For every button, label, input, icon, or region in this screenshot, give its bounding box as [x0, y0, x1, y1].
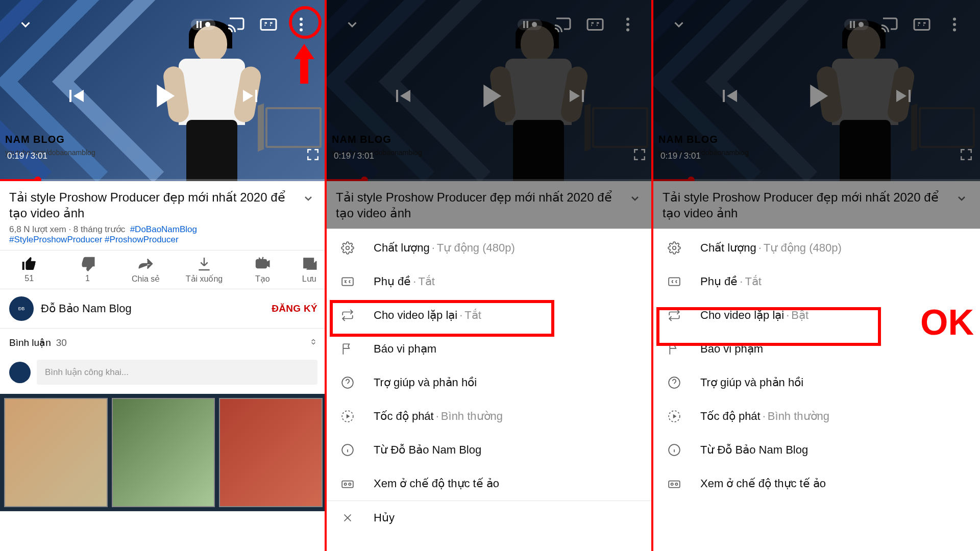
next-icon[interactable]	[239, 84, 263, 110]
subscribe-button[interactable]: ĐĂNG KÝ	[272, 303, 317, 314]
expand-description-icon[interactable]	[299, 189, 317, 210]
svg-point-20	[345, 483, 347, 485]
collapse-player-icon[interactable]	[343, 15, 361, 34]
collapse-player-icon[interactable]	[16, 15, 35, 34]
svg-rect-22	[850, 21, 852, 28]
hashtag[interactable]: #ProshowProducer	[105, 235, 179, 244]
menu-from-channel[interactable]: Từ Đỗ Bảo Nam Blog	[327, 433, 653, 467]
speed-icon	[666, 410, 683, 423]
dislike-button[interactable]: 1	[58, 256, 116, 284]
video-meta: 6,8 N lượt xem · 8 tháng trước #DoBaoNam…	[0, 224, 327, 250]
save-button[interactable]: Lưu	[291, 256, 327, 284]
menu-quality[interactable]: Chất lượng·Tự động (480p)	[327, 231, 653, 265]
hashtag[interactable]: #StyleProshowProducer	[9, 235, 102, 244]
svg-rect-0	[197, 21, 199, 28]
menu-vr[interactable]: Xem ở chế độ thực tế ảo	[653, 467, 980, 500]
video-player[interactable]: NAM BLOG youtube.com/dobaonamblog 0:19 /…	[0, 0, 327, 181]
play-icon[interactable]	[471, 77, 509, 117]
options-sheet: Chất lượng·Tự động (480p) Phụ đề·Tắt Cho…	[653, 229, 980, 551]
comments-count: 30	[56, 337, 67, 348]
play-icon[interactable]	[797, 77, 836, 117]
menu-from-channel[interactable]: Từ Đỗ Bảo Nam Blog	[653, 433, 980, 467]
comments-label[interactable]: Bình luận	[9, 337, 51, 348]
channel-avatar[interactable]: ĐB	[9, 296, 34, 321]
captions-icon[interactable]	[259, 15, 278, 34]
svg-rect-24	[914, 19, 929, 30]
play-icon[interactable]	[144, 77, 183, 117]
sort-comments-icon[interactable]	[309, 337, 317, 348]
captions-icon[interactable]	[913, 15, 931, 34]
svg-rect-23	[853, 21, 855, 28]
create-button[interactable]: Tạo	[233, 256, 291, 284]
svg-point-14	[346, 246, 350, 250]
svg-rect-8	[523, 21, 525, 28]
svg-point-21	[349, 483, 351, 485]
options-sheet: Chất lượng·Tự động (480p) Phụ đề·Tắt Cho…	[327, 229, 653, 551]
speed-icon	[339, 410, 356, 423]
menu-help[interactable]: Trợ giúp và phản hồi	[653, 366, 980, 399]
expand-description-icon[interactable]	[952, 189, 971, 210]
video-title[interactable]: Tải style Proshow Producer đẹp mới nhất …	[336, 189, 626, 221]
share-button[interactable]: Chia sẻ	[117, 256, 175, 284]
time-total: 3:01	[31, 151, 47, 161]
user-avatar[interactable]	[9, 362, 31, 383]
more-options-icon[interactable]	[619, 15, 637, 34]
cc-icon	[666, 275, 683, 288]
menu-report[interactable]: Báo vi phạm	[327, 332, 653, 366]
anno-highlight-loop	[656, 307, 881, 346]
previous-icon[interactable]	[717, 84, 741, 110]
fullscreen-icon[interactable]	[306, 148, 320, 164]
menu-cancel[interactable]: Hủy	[327, 500, 653, 535]
svg-rect-33	[669, 481, 680, 488]
download-button[interactable]: Tải xuống	[175, 256, 233, 284]
autoplay-toggle[interactable]	[194, 15, 212, 34]
next-icon[interactable]	[892, 84, 917, 110]
cast-icon[interactable]	[227, 15, 245, 34]
svg-point-16	[342, 377, 353, 388]
menu-speed[interactable]: Tốc độ phát·Bình thường	[653, 399, 980, 433]
menu-help[interactable]: Trợ giúp và phản hồi	[327, 366, 653, 399]
hashtag[interactable]: #DoBaoNamBlog	[130, 224, 197, 234]
menu-quality[interactable]: Chất lượng·Tự động (480p)	[653, 231, 980, 265]
menu-captions[interactable]: Phụ đề·Tắt	[653, 265, 980, 298]
info-icon	[339, 443, 356, 457]
svg-rect-10	[587, 19, 603, 30]
like-button[interactable]: 51	[0, 256, 58, 284]
svg-point-13	[626, 29, 629, 32]
video-player[interactable]: NAM BLOG youtube.com/dobaonamblog 0:19/3…	[653, 0, 980, 181]
video-title[interactable]: Tải style Proshow Producer đẹp mới nhất …	[663, 189, 952, 221]
captions-icon[interactable]	[586, 15, 604, 34]
expand-description-icon[interactable]	[626, 189, 644, 210]
anno-ok-label: OK	[920, 302, 974, 343]
svg-point-12	[626, 23, 629, 26]
next-icon[interactable]	[566, 84, 590, 110]
panel-step-2: NAM BLOG youtube.com/dobaonamblog 0:19/3…	[327, 0, 653, 551]
progress-bar[interactable]	[653, 179, 980, 181]
more-options-icon[interactable]	[945, 15, 964, 34]
video-player[interactable]: NAM BLOG youtube.com/dobaonamblog 0:19/3…	[327, 0, 653, 181]
related-thumbnails[interactable]	[0, 394, 327, 511]
video-title[interactable]: Tải style Proshow Producer đẹp mới nhất …	[9, 189, 299, 221]
vr-icon	[339, 477, 356, 490]
panel-divider	[325, 0, 327, 551]
menu-speed[interactable]: Tốc độ phát·Bình thường	[327, 399, 653, 433]
autoplay-toggle[interactable]	[521, 15, 539, 34]
progress-bar[interactable]	[327, 179, 653, 181]
collapse-player-icon[interactable]	[670, 15, 688, 34]
comment-input[interactable]: Bình luận công khai...	[37, 360, 317, 385]
close-icon	[339, 511, 356, 524]
info-icon	[666, 443, 683, 457]
fullscreen-icon[interactable]	[960, 148, 973, 164]
menu-vr[interactable]: Xem ở chế độ thực tế ảo	[327, 467, 653, 500]
svg-rect-1	[200, 21, 202, 28]
svg-point-35	[675, 483, 677, 485]
cast-icon[interactable]	[553, 15, 572, 34]
channel-name[interactable]: Đỗ Bảo Nam Blog	[34, 302, 272, 315]
previous-icon[interactable]	[63, 84, 88, 110]
menu-captions[interactable]: Phụ đề·Tắt	[327, 265, 653, 298]
fullscreen-icon[interactable]	[633, 148, 646, 164]
progress-bar[interactable]	[0, 179, 327, 181]
autoplay-toggle[interactable]	[847, 15, 866, 34]
cast-icon[interactable]	[880, 15, 898, 34]
previous-icon[interactable]	[390, 84, 414, 110]
